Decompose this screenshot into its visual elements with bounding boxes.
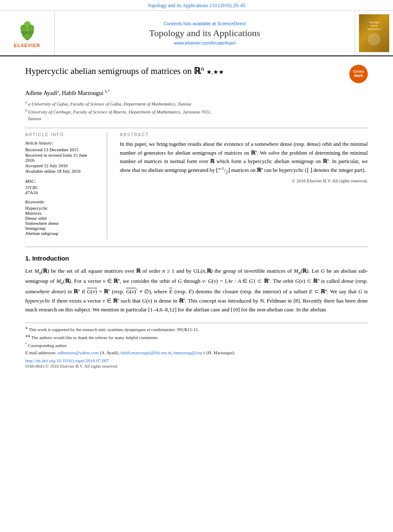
footnote-corresponding: * Corresponding author.	[25, 342, 368, 349]
history-label: Article history:	[25, 140, 101, 145]
email1-author: (A. Ayadi),	[100, 350, 120, 355]
contents-line: Contents lists available at ScienceDirec…	[164, 21, 246, 26]
journal-thumbnail: Topologyand itsApplications	[359, 14, 389, 52]
footnote-emails: E-mail addresses: adlenesoo@yahoo.com (A…	[25, 350, 368, 356]
footnotes-area: ★ This work is supported by the research…	[25, 323, 368, 369]
email2-link[interactable]: habib.marzougui@fsb.rnu.tn	[121, 350, 171, 355]
publisher-logo-area: ELSEVIER	[0, 11, 55, 55]
received-revised: Received in revised form 15 June2016	[25, 153, 101, 163]
abstract-header: ABSTRACT	[120, 132, 368, 137]
intro-heading: 1. Introduction	[25, 255, 368, 262]
crossmark-icon: CrossMark	[349, 65, 368, 83]
thumb-title-text: Topologyand itsApplications	[367, 21, 381, 31]
abstract-column: ABSTRACT In this paper, we bring togethe…	[120, 132, 368, 239]
article-info-column: ARTICLE INFO Article history: Received 1…	[25, 132, 107, 239]
email1-link[interactable]: adlenesoo@yahoo.com	[58, 350, 99, 355]
received-date1: Received 13 December 2015	[25, 147, 101, 152]
sciencedirect-link[interactable]: ScienceDirect	[217, 21, 246, 26]
author2-name: Habib Marzougui	[62, 90, 103, 96]
kw-dense-orbit: Dense orbit	[25, 216, 101, 221]
msc-code1: 37C85	[25, 185, 101, 190]
journal-url[interactable]: www.elsevier.com/locate/topol	[174, 40, 236, 45]
kw-matrices: Matrices	[25, 211, 101, 216]
crossmark-badge: CrossMark	[349, 65, 368, 83]
kw-semigroup: Semigroup	[25, 226, 101, 231]
journal-citation: Topology and its Applications 210 (2016)…	[148, 3, 245, 8]
article-info-abstract: ARTICLE INFO Article history: Received 1…	[25, 128, 368, 239]
journal-main-title: Topology and its Applications	[149, 28, 260, 39]
article-title: Hypercyclic abelian semigroups of matric…	[25, 65, 341, 77]
authors-line: Adlene Ayadia, Habib Marzougui b,*	[25, 89, 368, 97]
article-title-section: Hypercyclic abelian semigroups of matric…	[25, 65, 368, 83]
article-info-header: ARTICLE INFO	[25, 132, 101, 137]
journal-thumbnail-area: Topologyand itsApplications	[355, 11, 393, 55]
doi-line[interactable]: http://dx.doi.org/10.1016/j.topol.2016.0…	[25, 358, 368, 363]
author1-name: Adlene Ayadi	[25, 90, 57, 96]
article-history: Article history: Received 13 December 20…	[25, 140, 101, 174]
kw-abelian: Abelian subgroup	[25, 231, 101, 236]
svg-point-6	[28, 25, 34, 32]
available-online: Available online 18 July 2016	[25, 169, 101, 174]
elsevier-tree-icon	[15, 18, 40, 42]
affiliations: a a University of Gafsa, Faculty of Scie…	[25, 100, 368, 122]
journal-citation-bar: Topology and its Applications 210 (2016)…	[0, 0, 393, 11]
svg-point-5	[20, 25, 26, 32]
elsevier-logo: ELSEVIER	[14, 18, 40, 48]
journal-title-area: Contents lists available at ScienceDirec…	[55, 11, 355, 55]
accepted-date: Accepted 12 July 2016	[25, 163, 101, 168]
journal-header: ELSEVIER Contents lists available at Sci…	[0, 11, 393, 56]
msc-section: MSC: 37C85 47A16	[25, 179, 101, 195]
doi-link[interactable]: http://dx.doi.org/10.1016/j.topol.2016.0…	[25, 358, 109, 363]
keywords-label: Keywords:	[25, 199, 101, 204]
thumb-icon	[368, 33, 380, 45]
email3-author: (H. Marzougui).	[206, 350, 235, 355]
main-content: Hypercyclic abelian semigroups of matric…	[0, 56, 393, 377]
word-that: that	[348, 288, 357, 295]
author2-sup: b,*	[105, 89, 110, 93]
footnote2: ★★ The authors would like to thank the r…	[25, 334, 368, 341]
affil-a: a a University of Gafsa, Faculty of Scie…	[25, 100, 368, 107]
author1-sup: a	[57, 89, 59, 93]
email3-link[interactable]: hmarzoug@ictp.it	[174, 350, 206, 355]
affil-b: b University of Carthage, Faculty of Sci…	[25, 108, 368, 122]
kw-hypercyclic: Hypercyclic	[25, 205, 101, 211]
intro-body: Let Mn(ℝ) be the set of all square matri…	[25, 267, 368, 314]
footnote1: ★ This work is supported by the research…	[25, 326, 368, 333]
issn-line: 0166-8641/© 2016 Elsevier B.V. All right…	[25, 364, 368, 369]
msc-label: MSC:	[25, 179, 101, 184]
keywords-section: Keywords: Hypercyclic Matrices Dense orb…	[25, 199, 101, 236]
msc-code2: 47A16	[25, 190, 101, 195]
copyright-line: © 2016 Elsevier B.V. All rights reserved…	[120, 178, 368, 183]
elsevier-text: ELSEVIER	[14, 43, 40, 48]
abstract-text: In this paper, we bring together results…	[120, 140, 368, 175]
kw-somewhere-dense: Somewhere dense	[25, 221, 101, 226]
section-divider	[25, 247, 368, 247]
